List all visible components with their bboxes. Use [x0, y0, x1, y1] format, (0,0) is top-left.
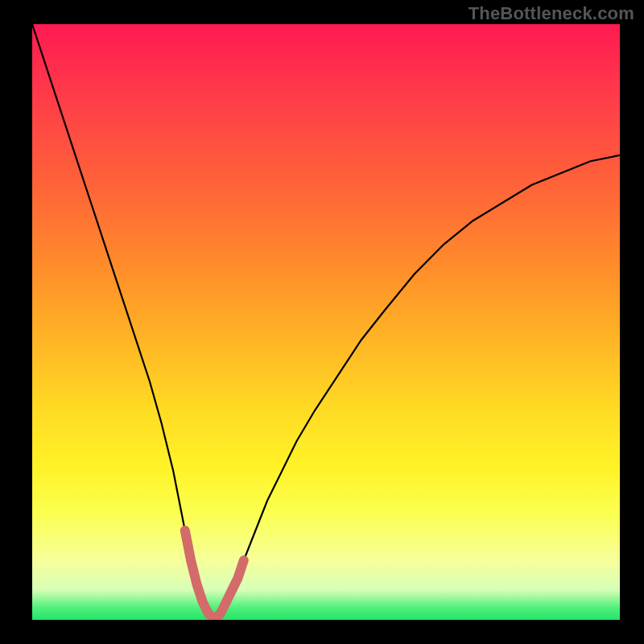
plot-gradient-background: [32, 24, 620, 620]
near-minimum-marker: [185, 530, 244, 618]
watermark-text: TheBottleneck.com: [469, 3, 634, 24]
chart-root: TheBottleneck.com: [0, 0, 644, 644]
curve-layer: [32, 24, 620, 620]
bottleneck-curve: [32, 24, 620, 620]
